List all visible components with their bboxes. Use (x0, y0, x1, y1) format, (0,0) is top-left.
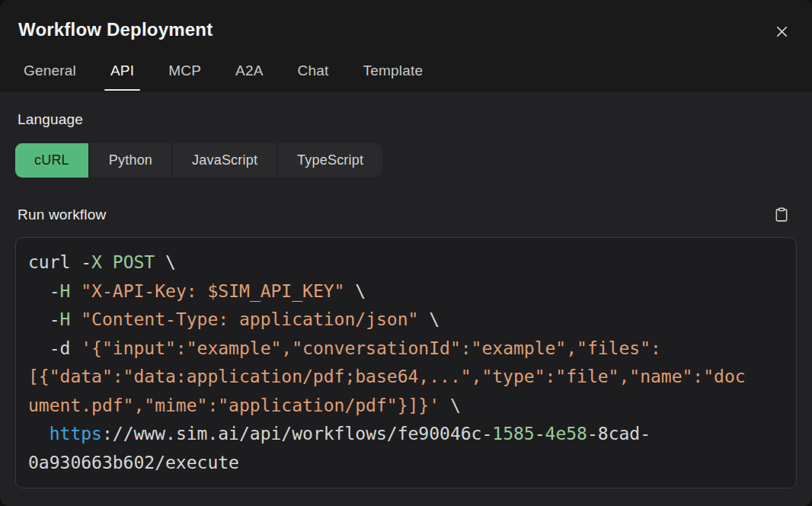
tab-a2a[interactable]: A2A (235, 62, 264, 79)
language-label: Language (18, 111, 797, 128)
language-option-javascript[interactable]: JavaScript (173, 143, 277, 178)
dialog-title: Workflow Deployment (18, 19, 213, 40)
language-option-python[interactable]: Python (90, 143, 171, 178)
code-line: ument.pdf","mime":"application/pdf"}]}' … (28, 392, 784, 421)
code-line: -d '{"input":"example","conversationId":… (28, 335, 784, 363)
tab-template[interactable]: Template (363, 62, 424, 79)
code-token: \ (344, 281, 366, 301)
code-token: '{"input":"example","conversationId":"ex… (81, 338, 661, 358)
code-token: "Content-Type: application/json" (81, 309, 418, 329)
code-token: X (91, 252, 102, 272)
code-token: H (60, 281, 71, 301)
code-token: H (60, 309, 71, 329)
code-token: -8cad- (587, 424, 651, 444)
close-icon (773, 23, 791, 40)
code-token: curl - (28, 252, 91, 272)
code-token: 4e58 (545, 424, 587, 444)
code-token: 1585 (492, 424, 534, 444)
code-token: - (535, 424, 545, 444)
code-token: \ (418, 309, 440, 329)
code-token: POST (113, 252, 155, 272)
code-line: curl -X POST \ (28, 248, 784, 277)
code-token (70, 281, 81, 301)
code-token: \ (440, 396, 461, 415)
tab-general[interactable]: General (24, 62, 76, 79)
language-selector: cURLPythonJavaScriptTypeScript (15, 143, 797, 178)
code-block: curl -X POST \ -H "X-API-Key: $SIM_API_K… (15, 237, 797, 488)
close-button[interactable] (772, 21, 792, 42)
code-line: -H "X-API-Key: $SIM_API_KEY" \ (28, 277, 784, 306)
tab-chat[interactable]: Chat (298, 62, 329, 79)
copy-button[interactable] (772, 205, 791, 224)
code-token: https (50, 424, 102, 444)
code-token: -d (28, 338, 81, 358)
code-line: -H "Content-Type: application/json" \ (28, 306, 784, 335)
tab-bar: GeneralAPIMCPA2AChatTemplate (24, 62, 794, 92)
tab-mcp[interactable]: MCP (168, 62, 201, 79)
code-line: 0a930663b602/execute (28, 449, 784, 478)
code-token (28, 424, 50, 444)
code-token: [{"data":"data:application/pdf;base64,..… (28, 367, 746, 386)
code-token: ://www.sim.ai/api/workflows/fe90046c- (102, 424, 492, 444)
code-token: \ (155, 252, 176, 272)
dialog-header: Workflow Deployment GeneralAPIMCPA2AChat… (0, 0, 812, 92)
clipboard-icon (774, 207, 789, 223)
code-line: [{"data":"data:application/pdf;base64,..… (28, 363, 784, 392)
code-token: ument.pdf","mime":"application/pdf"}]}' (28, 396, 440, 415)
code-token: - (28, 281, 60, 301)
dialog-body: Language cURLPythonJavaScriptTypeScript … (0, 111, 812, 488)
code-token: - (28, 309, 60, 329)
run-workflow-label: Run workflow (18, 207, 106, 223)
code-token: 0a930663b602/execute (28, 453, 239, 472)
code-line: https://www.sim.ai/api/workflows/fe90046… (28, 420, 784, 449)
language-option-typescript[interactable]: TypeScript (278, 143, 382, 178)
tab-api[interactable]: API (110, 62, 134, 79)
code-token (102, 252, 113, 272)
language-option-curl[interactable]: cURL (15, 143, 88, 178)
code-token (70, 309, 81, 329)
workflow-deployment-dialog: Workflow Deployment GeneralAPIMCPA2AChat… (0, 0, 812, 506)
code-token: "X-API-Key: $SIM_API_KEY" (81, 281, 344, 301)
